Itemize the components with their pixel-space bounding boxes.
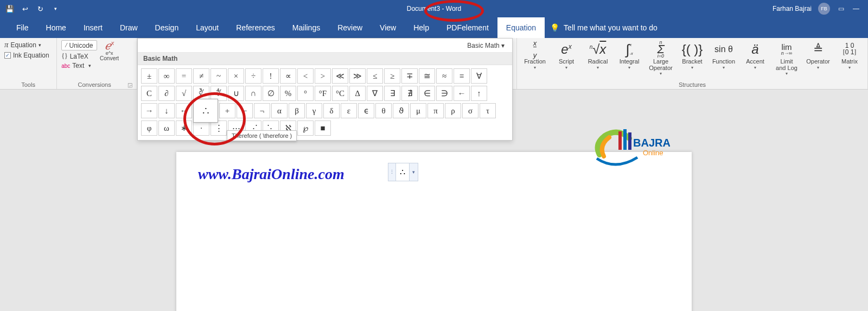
- symbol-button[interactable]: ∩: [245, 86, 261, 101]
- tab-mailings[interactable]: Mailings: [284, 17, 329, 38]
- tab-help[interactable]: Help: [405, 17, 438, 38]
- symbol-button[interactable]: ■: [315, 120, 331, 136]
- symbol-button[interactable]: ↔: [176, 103, 192, 118]
- symbol-button[interactable]: ≡: [454, 68, 470, 84]
- symbol-button[interactable]: ℘: [297, 120, 314, 136]
- symbol-button[interactable]: Δ: [349, 86, 366, 101]
- symbol-button[interactable]: τ: [480, 103, 496, 118]
- symbol-button[interactable]: ω: [158, 120, 175, 136]
- symbol-button[interactable]: ε: [341, 103, 357, 118]
- structure-function[interactable]: sin θFunction▾: [710, 41, 737, 70]
- symbol-button[interactable]: =: [176, 68, 192, 84]
- symbol-button[interactable]: ≪: [332, 68, 348, 84]
- symbol-button[interactable]: ∙: [193, 120, 209, 136]
- symbol-button[interactable]: ∂: [158, 86, 175, 101]
- unicode-button[interactable]: / Unicode: [61, 40, 97, 50]
- symbol-button[interactable]: ρ: [445, 103, 461, 118]
- structure-matrix[interactable]: [1 00 1]Matrix▾: [836, 41, 863, 70]
- latex-button[interactable]: {} LaTeX: [61, 52, 97, 60]
- dialog-launcher-icon[interactable]: ◲: [127, 82, 132, 88]
- symbol-button[interactable]: −: [237, 103, 253, 118]
- symbol-button[interactable]: +: [219, 103, 235, 118]
- structure-operator[interactable]: ≜Operator▾: [805, 41, 832, 70]
- qat-customize-icon[interactable]: ▾: [51, 4, 60, 13]
- symbol-button[interactable]: ⋮: [210, 120, 227, 136]
- symbol-button[interactable]: ×: [228, 68, 244, 84]
- symbol-button[interactable]: ≈: [436, 68, 452, 84]
- undo-icon[interactable]: ↩: [21, 4, 29, 13]
- symbol-button[interactable]: ←: [454, 86, 470, 101]
- equation-handle-left-icon[interactable]: ⋮: [388, 163, 396, 181]
- symbol-button[interactable]: ∇: [367, 86, 383, 101]
- text-button[interactable]: abc Text ▾: [61, 62, 97, 69]
- ink-equation-button[interactable]: ✓ Ink Equation: [4, 52, 49, 59]
- tell-me-search[interactable]: 💡 Tell me what you want to do: [550, 23, 658, 32]
- symbol-button[interactable]: ∗: [176, 120, 192, 136]
- tab-references[interactable]: References: [227, 17, 284, 38]
- tab-layout[interactable]: Layout: [187, 17, 227, 38]
- symbol-button[interactable]: ∈: [419, 86, 435, 101]
- equation-content[interactable]: ∴: [396, 163, 409, 181]
- symbol-button[interactable]: ≅: [419, 68, 435, 84]
- symbol-button[interactable]: α: [271, 103, 288, 118]
- symbol-button[interactable]: ∓: [401, 68, 418, 84]
- tab-file[interactable]: File: [8, 17, 37, 38]
- symbol-button[interactable]: ∪: [228, 86, 244, 101]
- tab-insert[interactable]: Insert: [75, 17, 111, 38]
- symbol-button[interactable]: ¬: [254, 103, 270, 118]
- symbol-button[interactable]: ÷: [245, 68, 261, 84]
- symbol-button[interactable]: ϵ: [358, 103, 374, 118]
- symbol-button[interactable]: μ: [410, 103, 426, 118]
- tab-design[interactable]: Design: [146, 17, 188, 38]
- symbol-button[interactable]: →: [141, 103, 157, 118]
- structure-fraction[interactable]: xyFraction▾: [521, 41, 548, 70]
- tab-review[interactable]: Review: [329, 17, 371, 38]
- symbol-button[interactable]: δ: [323, 103, 340, 118]
- tab-home[interactable]: Home: [37, 17, 75, 38]
- equation-options-icon[interactable]: ▾: [409, 163, 418, 181]
- structure-integral[interactable]: ∫x-xIntegral▾: [616, 41, 643, 70]
- gallery-category-selector[interactable]: Basic Math ▾: [138, 39, 512, 53]
- structure-limit-and-log[interactable]: limn→∞Limitand Log▾: [773, 41, 800, 76]
- minimize-icon[interactable]: —: [852, 4, 860, 13]
- symbol-button[interactable]: >: [315, 68, 331, 84]
- symbol-button[interactable]: φ: [141, 120, 157, 136]
- equation-placeholder[interactable]: ⋮ ∴ ▾: [388, 163, 418, 181]
- symbol-button[interactable]: ≤: [367, 68, 383, 84]
- save-icon[interactable]: 💾: [5, 4, 14, 13]
- tab-view[interactable]: View: [371, 17, 405, 38]
- symbol-button[interactable]: !: [263, 68, 279, 84]
- redo-icon[interactable]: ↻: [36, 4, 44, 13]
- symbol-button[interactable]: σ: [462, 103, 478, 118]
- symbol-button[interactable]: %: [280, 86, 296, 101]
- symbol-button[interactable]: ∀: [471, 68, 487, 84]
- symbol-button[interactable]: C: [141, 86, 157, 101]
- symbol-button[interactable]: ∃: [384, 86, 400, 101]
- symbol-button[interactable]: √: [176, 86, 192, 101]
- symbol-button[interactable]: °C: [332, 86, 348, 101]
- symbol-button[interactable]: γ: [306, 103, 322, 118]
- tab-equation[interactable]: Equation: [497, 17, 545, 38]
- structure-accent[interactable]: äAccent▾: [742, 41, 769, 70]
- symbol-button[interactable]: ≥: [384, 68, 400, 84]
- ribbon-display-icon[interactable]: ▭: [837, 4, 845, 13]
- structure-script[interactable]: exScript▾: [553, 41, 580, 70]
- symbol-button-therefore[interactable]: ∴: [193, 99, 218, 123]
- symbol-button[interactable]: ϑ: [393, 103, 409, 118]
- symbol-button[interactable]: π: [427, 103, 444, 118]
- equation-dropdown[interactable]: π Equation ▾: [4, 40, 49, 49]
- tab-pdfelement[interactable]: PDFelement: [438, 17, 497, 38]
- symbol-button[interactable]: °F: [315, 86, 331, 101]
- structure-bracket[interactable]: {( )}Bracket▾: [679, 41, 706, 70]
- symbol-button[interactable]: ≠: [193, 68, 209, 84]
- symbol-button[interactable]: ~: [210, 68, 227, 84]
- symbol-button[interactable]: °: [297, 86, 314, 101]
- symbol-button[interactable]: ∝: [280, 68, 296, 84]
- symbol-button[interactable]: θ: [375, 103, 392, 118]
- symbol-button[interactable]: ∅: [263, 86, 279, 101]
- symbol-button[interactable]: β: [289, 103, 305, 118]
- symbol-button[interactable]: <: [297, 68, 314, 84]
- symbol-button[interactable]: ↓: [158, 103, 175, 118]
- structure-radical[interactable]: n√xRadical▾: [584, 41, 611, 70]
- symbol-button[interactable]: ≫: [349, 68, 366, 84]
